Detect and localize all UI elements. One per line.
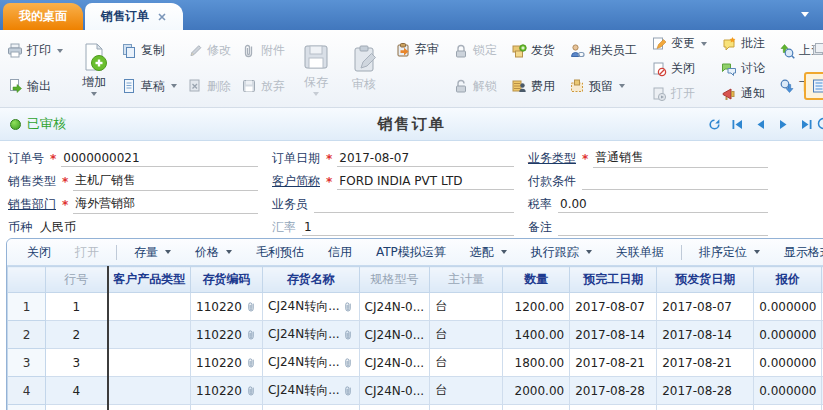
cell-sel-row5[interactable]: 5 bbox=[8, 405, 46, 410]
unlock-button[interactable]: 解锁 bbox=[448, 76, 502, 97]
tabbar-menu-caret-icon[interactable] bbox=[801, 12, 809, 17]
cell-cust-row3[interactable] bbox=[108, 349, 191, 377]
order-date-input[interactable]: 2017-08-07 bbox=[337, 151, 514, 167]
cell-name-row3[interactable]: CJ24N转向... bbox=[263, 349, 360, 377]
open-line-button[interactable]: 打开 bbox=[63, 244, 111, 261]
cell-quote-row3[interactable]: 0.000000 bbox=[754, 349, 822, 377]
cell-name-row5[interactable] bbox=[263, 405, 360, 410]
payment-terms-input[interactable] bbox=[582, 174, 768, 190]
atp-button[interactable]: ATP模拟运算 bbox=[364, 244, 458, 261]
prev-record-button[interactable] bbox=[754, 118, 767, 131]
cell-spec-row4[interactable]: CJ24N-0... bbox=[359, 377, 430, 405]
col-header-code[interactable]: 存货编码 bbox=[191, 267, 263, 293]
customer-label[interactable]: 客户简称 bbox=[272, 173, 320, 190]
sale-dept-label[interactable]: 销售部门 bbox=[8, 196, 56, 213]
cell-qty-row4[interactable]: 2000.00 bbox=[503, 377, 570, 405]
cell-line-row3[interactable]: 3 bbox=[46, 349, 108, 377]
col-header-cust[interactable]: 客户产品类型 bbox=[108, 267, 191, 293]
cell-sel-row1[interactable]: 1 bbox=[8, 293, 46, 321]
cell-ship-row5[interactable] bbox=[657, 405, 754, 410]
cell-spec-row2[interactable]: CJ24N-0... bbox=[359, 321, 430, 349]
open-bill-button[interactable]: 打开 bbox=[646, 85, 712, 102]
cell-qty-row1[interactable]: 1200.00 bbox=[503, 293, 570, 321]
edge-view-button[interactable] bbox=[804, 72, 823, 100]
col-header-spec[interactable]: 规格型号 bbox=[359, 267, 430, 293]
paperclip-icon[interactable] bbox=[245, 357, 257, 369]
ship-button[interactable]: 发货 bbox=[506, 40, 560, 61]
export-button[interactable]: 输出 bbox=[2, 76, 68, 97]
related-docs-button[interactable]: 关联单据 bbox=[604, 244, 676, 261]
col-header-qty[interactable]: 数量 bbox=[503, 267, 570, 293]
first-record-button[interactable] bbox=[731, 118, 744, 131]
cell-cust-row2[interactable] bbox=[108, 321, 191, 349]
cell-name-row1[interactable]: CJ24N转向... bbox=[263, 293, 360, 321]
paperclip-icon[interactable] bbox=[342, 385, 354, 397]
cell-sel-row4[interactable]: 4 bbox=[8, 377, 46, 405]
col-header-unit[interactable]: 主计量 bbox=[430, 267, 503, 293]
cell-line-row1[interactable]: 1 bbox=[46, 293, 108, 321]
expense-button[interactable]: 费用 bbox=[506, 76, 560, 97]
audit-button[interactable]: 审核 bbox=[342, 32, 386, 105]
paperclip-icon[interactable] bbox=[245, 385, 257, 397]
sale-type-input[interactable]: 主机厂销售 bbox=[73, 172, 258, 191]
next-record-button[interactable] bbox=[777, 118, 790, 131]
paperclip-icon[interactable] bbox=[342, 357, 354, 369]
cell-code-row2[interactable]: 110220 bbox=[191, 321, 263, 349]
tax-rate-input[interactable]: 0.00 bbox=[558, 197, 768, 213]
add-button[interactable]: 增加 bbox=[72, 32, 116, 105]
col-header-name[interactable]: 存货名称 bbox=[263, 267, 360, 293]
gross-profit-button[interactable]: 毛利预估 bbox=[244, 244, 316, 261]
cell-ship-row4[interactable]: 2017-08-28 bbox=[657, 377, 754, 405]
cell-line-row2[interactable]: 2 bbox=[46, 321, 108, 349]
cell-code-row1[interactable]: 110220 bbox=[191, 293, 263, 321]
cell-done-row4[interactable]: 2017-08-28 bbox=[570, 377, 657, 405]
cell-cust-row5[interactable] bbox=[108, 405, 191, 410]
cell-line-row4[interactable]: 4 bbox=[46, 377, 108, 405]
cell-done-row5[interactable] bbox=[570, 405, 657, 410]
cell-cust-row1[interactable] bbox=[108, 293, 191, 321]
cell-ship-row3[interactable]: 2017-08-21 bbox=[657, 349, 754, 377]
exchange-rate-input[interactable]: 1 bbox=[302, 220, 514, 236]
draft-button[interactable]: 草稿 bbox=[116, 76, 182, 97]
cell-quote-row2[interactable]: 0.000000 bbox=[754, 321, 822, 349]
cell-line-row5[interactable] bbox=[46, 405, 108, 410]
refresh-button[interactable] bbox=[708, 118, 721, 131]
last-record-button[interactable] bbox=[800, 118, 813, 131]
change-button[interactable]: 变更 bbox=[646, 35, 712, 52]
col-header-done[interactable]: 预完工日期 bbox=[570, 267, 657, 293]
cell-quote-row5[interactable] bbox=[754, 405, 822, 410]
unaudit-button[interactable]: 弃审 bbox=[390, 39, 444, 60]
cell-code-row4[interactable]: 110220 bbox=[191, 377, 263, 405]
cell-unit-row3[interactable]: 台 bbox=[430, 349, 503, 377]
edge-document-button[interactable] bbox=[804, 36, 823, 64]
reserve-button[interactable]: 预留 bbox=[564, 76, 642, 97]
cell-unit-row5[interactable] bbox=[430, 405, 503, 410]
cell-name-row2[interactable]: CJ24N转向... bbox=[263, 321, 360, 349]
col-header-ship[interactable]: 预发货日期 bbox=[657, 267, 754, 293]
config-button[interactable]: 选配 bbox=[458, 244, 519, 261]
discard-button[interactable]: 放弃 bbox=[236, 76, 290, 97]
tab-sales-order[interactable]: 销售订单 bbox=[85, 3, 183, 30]
cell-quote-row1[interactable]: 0.000000 bbox=[754, 293, 822, 321]
biz-type-label[interactable]: 业务类型 bbox=[528, 150, 576, 167]
credit-button[interactable]: 信用 bbox=[316, 244, 364, 261]
tracking-button[interactable]: 执行跟踪 bbox=[519, 244, 604, 261]
discuss-button[interactable]: 讨论 bbox=[716, 60, 770, 77]
cell-done-row2[interactable]: 2017-08-14 bbox=[570, 321, 657, 349]
close-line-button[interactable]: 关闭 bbox=[15, 244, 63, 261]
cell-spec-row3[interactable]: CJ24N-0... bbox=[359, 349, 430, 377]
cell-unit-row2[interactable]: 台 bbox=[430, 321, 503, 349]
tab-my-desktop[interactable]: 我的桌面 bbox=[3, 3, 83, 30]
col-header-sel[interactable] bbox=[8, 267, 46, 293]
currency-input[interactable]: 人民币 bbox=[38, 219, 258, 237]
copy-button[interactable]: 复制 bbox=[116, 40, 182, 61]
cell-unit-row1[interactable]: 台 bbox=[430, 293, 503, 321]
close-icon[interactable] bbox=[157, 12, 167, 22]
sale-dept-input[interactable]: 海外营销部 bbox=[73, 195, 258, 214]
notify-button[interactable]: 通知 bbox=[716, 85, 770, 102]
paperclip-icon[interactable] bbox=[245, 301, 257, 313]
cell-qty-row3[interactable]: 1800.00 bbox=[503, 349, 570, 377]
col-header-quote[interactable]: 报价 bbox=[754, 267, 822, 293]
price-button[interactable]: 价格 bbox=[183, 244, 244, 261]
cell-sel-row3[interactable]: 3 bbox=[8, 349, 46, 377]
